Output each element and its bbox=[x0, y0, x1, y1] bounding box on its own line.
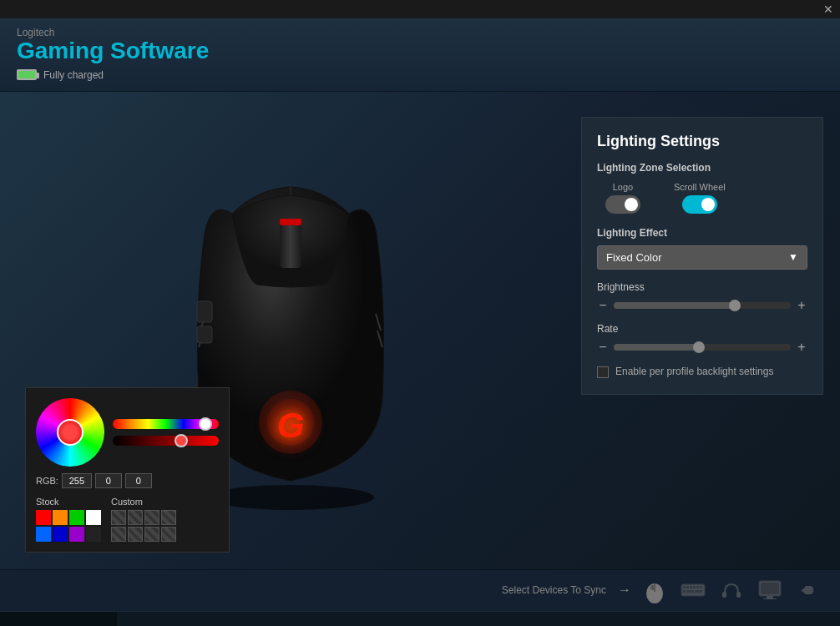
logo-toggle[interactable] bbox=[605, 195, 640, 214]
swatch-blue[interactable] bbox=[36, 527, 51, 542]
custom-swatch-5[interactable] bbox=[111, 527, 126, 542]
backlight-checkbox[interactable] bbox=[597, 366, 609, 378]
nav-home-button[interactable] bbox=[384, 618, 428, 626]
device-logitech-g[interactable]: G bbox=[167, 618, 197, 626]
custom-swatch-8[interactable] bbox=[161, 527, 176, 542]
svg-rect-24 bbox=[695, 590, 702, 593]
chevron-down-icon: ▼ bbox=[788, 251, 798, 263]
rgb-label: RGB: bbox=[36, 476, 58, 486]
svg-rect-8 bbox=[197, 326, 212, 343]
svg-rect-28 bbox=[761, 583, 779, 594]
mouse-area: G bbox=[0, 92, 581, 569]
lighting-panel-title: Lighting Settings bbox=[597, 133, 807, 150]
battery-status-row: Fully charged bbox=[17, 69, 823, 81]
main-area: G bbox=[0, 92, 840, 569]
rate-plus-button[interactable]: + bbox=[796, 340, 807, 355]
svg-rect-25 bbox=[722, 592, 726, 598]
svg-rect-17 bbox=[686, 586, 689, 588]
sync-arrow-icon: → bbox=[618, 583, 631, 598]
device-mouse-active[interactable] bbox=[122, 618, 165, 626]
svg-text:G: G bbox=[277, 406, 305, 445]
sync-speaker-icon[interactable] bbox=[793, 575, 823, 605]
color-wheel[interactable] bbox=[36, 398, 104, 467]
svg-rect-1 bbox=[280, 222, 301, 268]
nav-dpi-button[interactable] bbox=[474, 618, 518, 626]
titlebar: ✕ bbox=[0, 0, 840, 18]
sync-monitor-icon[interactable] bbox=[755, 575, 785, 605]
backlight-label: Enable per profile backlight settings bbox=[615, 365, 773, 379]
swatch-green[interactable] bbox=[69, 510, 84, 525]
taskbar-brand: logitech G bbox=[0, 612, 117, 626]
sync-bar: Select Devices To Sync → bbox=[0, 569, 840, 611]
custom-label: Custom bbox=[111, 497, 176, 507]
rgb-r-input[interactable] bbox=[62, 473, 92, 488]
nav-online-button[interactable] bbox=[610, 618, 653, 626]
swatch-orange[interactable] bbox=[53, 510, 68, 525]
swatch-white[interactable] bbox=[86, 510, 101, 525]
sync-mouse-icon[interactable] bbox=[640, 575, 670, 605]
nav-lighting-button[interactable] bbox=[519, 618, 563, 626]
custom-swatch-4[interactable] bbox=[161, 510, 176, 525]
nav-cloud-button[interactable]: G bbox=[655, 618, 698, 626]
nav-help-button[interactable]: ? bbox=[790, 618, 833, 626]
scroll-wheel-toggle[interactable] bbox=[682, 195, 717, 214]
taskbar-devices-section: G bbox=[117, 618, 202, 626]
sync-label: Select Devices To Sync bbox=[502, 584, 606, 596]
rgb-g-input[interactable] bbox=[95, 473, 122, 488]
rate-label: Rate bbox=[597, 323, 807, 335]
svg-rect-30 bbox=[763, 598, 777, 599]
rate-minus-button[interactable]: − bbox=[597, 340, 609, 355]
swatch-purple[interactable] bbox=[69, 527, 84, 542]
brightness-label: Brightness bbox=[597, 281, 807, 293]
effect-selected-value: Fixed Color bbox=[606, 251, 661, 264]
svg-rect-14 bbox=[650, 585, 655, 590]
custom-swatch-6[interactable] bbox=[128, 527, 143, 542]
svg-rect-2 bbox=[280, 219, 301, 225]
custom-swatch-3[interactable] bbox=[144, 510, 159, 525]
brightness-minus-button[interactable]: − bbox=[597, 298, 609, 313]
swatch-black[interactable] bbox=[86, 527, 101, 542]
rate-slider[interactable] bbox=[614, 344, 791, 351]
color-brightness-slider[interactable] bbox=[113, 436, 219, 446]
lighting-effect-label: Lighting Effect bbox=[597, 227, 807, 239]
scroll-wheel-toggle-label: Scroll Wheel bbox=[674, 182, 726, 192]
rgb-b-input[interactable] bbox=[125, 473, 152, 488]
brightness-slider[interactable] bbox=[614, 302, 791, 309]
custom-swatch-2[interactable] bbox=[128, 510, 143, 525]
close-button[interactable]: ✕ bbox=[823, 3, 833, 16]
svg-rect-22 bbox=[683, 590, 686, 593]
swatch-red[interactable] bbox=[36, 510, 51, 525]
custom-swatch-7[interactable] bbox=[144, 527, 159, 542]
svg-rect-29 bbox=[767, 596, 773, 598]
taskbar-right-nav: G ? bbox=[384, 618, 840, 626]
battery-label: Fully charged bbox=[43, 69, 104, 81]
svg-rect-21 bbox=[700, 586, 702, 588]
logo-toggle-label: Logo bbox=[613, 182, 633, 192]
svg-rect-20 bbox=[696, 586, 699, 588]
svg-rect-18 bbox=[690, 586, 692, 588]
nav-profile-button[interactable] bbox=[429, 618, 473, 626]
hue-slider[interactable] bbox=[113, 419, 219, 429]
zone-selection-label: Lighting Zone Selection bbox=[597, 162, 807, 174]
rate-section: Rate − + bbox=[597, 323, 807, 355]
nav-settings-button[interactable] bbox=[745, 618, 788, 626]
sync-keyboard-icon[interactable] bbox=[678, 575, 708, 605]
swatch-darkblue[interactable] bbox=[53, 527, 68, 542]
brightness-plus-button[interactable]: + bbox=[796, 298, 807, 313]
nav-macro-button[interactable] bbox=[700, 618, 743, 626]
nav-battery-button[interactable] bbox=[564, 618, 608, 626]
svg-rect-23 bbox=[686, 590, 694, 593]
svg-rect-26 bbox=[736, 592, 741, 598]
svg-rect-19 bbox=[693, 586, 696, 588]
taskbar: logitech G G ▶ bbox=[0, 611, 840, 626]
battery-icon bbox=[17, 69, 37, 80]
app-title: Gaming Software bbox=[17, 38, 823, 64]
lighting-settings-panel: Lighting Settings Lighting Zone Selectio… bbox=[581, 117, 823, 395]
svg-rect-7 bbox=[197, 301, 212, 322]
custom-swatch-1[interactable] bbox=[111, 510, 126, 525]
svg-rect-31 bbox=[805, 586, 812, 594]
svg-point-0 bbox=[207, 485, 374, 510]
brightness-section: Brightness − + bbox=[597, 281, 807, 313]
sync-headphones-icon[interactable] bbox=[716, 575, 746, 605]
effect-dropdown[interactable]: Fixed Color ▼ bbox=[597, 245, 807, 270]
